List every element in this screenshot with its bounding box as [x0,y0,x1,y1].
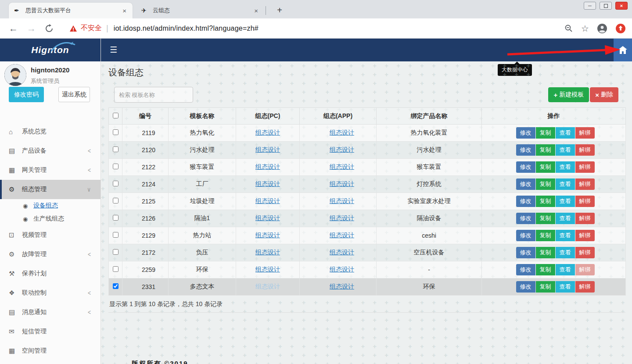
change-password-button[interactable]: 修改密码 [9,87,44,102]
restore-button[interactable] [600,2,612,10]
tab-active[interactable]: ✒ 思普云大数据平台 × [9,3,133,18]
sidebar-item-sms[interactable]: ✉ 短信管理 [0,322,101,341]
app-config-link[interactable]: 组态设计 [330,163,354,170]
sidebar-item-linkage[interactable]: ❖ 联动控制 < [0,283,101,303]
pc-config-link[interactable]: 组态设计 [255,163,280,170]
unbind-button[interactable]: 解绑 [575,127,595,139]
logout-button[interactable]: 退出系统 [58,87,90,102]
edit-button[interactable]: 修改 [516,144,535,156]
unbind-button[interactable]: 解绑 [575,264,595,275]
edit-button[interactable]: 修改 [516,127,535,139]
app-config-link[interactable]: 组态设计 [330,266,354,273]
edit-button[interactable]: 修改 [516,230,535,241]
sidebar-item-overview[interactable]: ⌂ 系统总览 [0,122,101,141]
copy-button[interactable]: 复制 [536,264,555,275]
app-config-link[interactable]: 组态设计 [330,283,354,290]
sidebar-item-message[interactable]: ▤ 消息通知 < [0,303,101,322]
sidebar-item-gateway[interactable]: ▦ 网关管理 < [0,161,101,180]
bigdata-home-button[interactable] [614,39,632,61]
edit-button[interactable]: 修改 [516,213,535,224]
view-button[interactable]: 查看 [556,281,575,293]
pc-config-link[interactable]: 组态设计 [255,129,280,136]
row-checkbox[interactable] [113,164,118,169]
unbind-button[interactable]: 解绑 [575,230,595,241]
row-checkbox[interactable] [113,266,118,272]
app-config-link[interactable]: 组态设计 [330,129,354,136]
edit-button[interactable]: 修改 [516,161,535,173]
hamburger-icon[interactable]: ☰ [110,45,117,55]
row-checkbox[interactable] [113,249,118,255]
pc-config-link[interactable]: 组态设计 [255,266,280,273]
sidebar-item-fault[interactable]: ⚙ 故障管理 < [0,245,101,264]
view-button[interactable]: 查看 [556,230,575,241]
delete-button[interactable]: × 删除 [590,87,618,102]
minimize-button[interactable]: ─ [584,2,596,10]
pc-config-link[interactable]: 组态设计 [255,214,280,221]
row-checkbox[interactable] [113,198,118,203]
unbind-button[interactable]: 解绑 [575,213,595,224]
profile-icon[interactable] [597,23,607,34]
pc-config-link[interactable]: 组态设计 [255,249,280,256]
copy-button[interactable]: 复制 [536,144,555,156]
edit-button[interactable]: 修改 [516,247,535,258]
new-template-button[interactable]: + 新建模板 [548,87,589,102]
view-button[interactable]: 查看 [556,161,575,173]
sidebar-item-config-mgmt[interactable]: ⚙ 组态管理 ∨ [0,180,101,199]
url-text[interactable]: iot.idosp.net/admin/index.html?language=… [114,25,259,32]
pc-config-link[interactable]: 组态设计 [255,197,280,204]
bookmark-star-icon[interactable]: ☆ [581,23,589,34]
edit-button[interactable]: 修改 [516,196,535,207]
search-input[interactable] [114,87,193,103]
app-config-link[interactable]: 组态设计 [330,232,354,239]
app-config-link[interactable]: 组态设计 [330,214,354,221]
app-config-link[interactable]: 组态设计 [330,146,354,153]
view-button[interactable]: 查看 [556,144,575,156]
copy-button[interactable]: 复制 [536,178,555,190]
row-checkbox[interactable] [113,283,118,289]
sidebar-subitem-device-config[interactable]: ◉ 设备组态 [0,199,101,212]
sidebar-item-maintenance[interactable]: ⚒ 保养计划 [0,264,101,283]
avatar[interactable] [4,64,26,86]
copy-button[interactable]: 复制 [536,247,555,258]
copy-button[interactable]: 复制 [536,213,555,224]
unbind-button[interactable]: 解绑 [575,161,595,173]
edit-button[interactable]: 修改 [516,264,535,275]
unbind-button[interactable]: 解绑 [575,178,595,190]
app-config-link[interactable]: 组态设计 [330,180,354,187]
tab-close-icon[interactable]: × [252,7,260,14]
pc-config-link[interactable]: 组态设计 [255,232,280,239]
copy-button[interactable]: 复制 [536,161,555,173]
zoom-out-icon[interactable] [564,24,573,33]
insecure-label[interactable]: 不安全 [81,24,102,33]
view-button[interactable]: 查看 [556,196,575,207]
row-checkbox[interactable] [113,129,118,135]
unbind-button[interactable]: 解绑 [575,247,595,258]
back-icon[interactable]: ← [9,23,18,34]
view-button[interactable]: 查看 [556,127,575,139]
row-checkbox[interactable] [113,146,118,152]
select-all-checkbox[interactable] [113,113,118,118]
unbind-button[interactable]: 解绑 [575,281,595,293]
new-tab-button[interactable]: + [273,4,286,17]
app-config-link[interactable]: 组态设计 [330,197,354,204]
copy-button[interactable]: 复制 [536,230,555,241]
view-button[interactable]: 查看 [556,213,575,224]
copy-button[interactable]: 复制 [536,127,555,139]
sidebar-item-space[interactable]: ▦ 空间管理 [0,341,101,360]
edit-button[interactable]: 修改 [516,281,535,293]
copy-button[interactable]: 复制 [536,281,555,293]
row-checkbox[interactable] [113,181,118,186]
sidebar-item-products[interactable]: ▤ 产品设备 < [0,141,101,161]
pc-config-link[interactable]: 组态设计 [255,180,280,187]
close-button[interactable]: × [615,2,628,10]
view-button[interactable]: 查看 [556,247,575,258]
copy-button[interactable]: 复制 [536,196,555,207]
sidebar-item-video[interactable]: ⊡ 视频管理 [0,225,101,245]
unbind-button[interactable]: 解绑 [575,144,595,156]
unbind-button[interactable]: 解绑 [575,196,595,207]
view-button[interactable]: 查看 [556,178,575,190]
row-checkbox[interactable] [113,232,118,238]
tab-inactive[interactable]: ✈ 云组态 × [136,3,264,18]
app-config-link[interactable]: 组态设计 [330,249,354,256]
sidebar-subitem-line-config[interactable]: ◉ 生产线组态 [0,212,101,225]
